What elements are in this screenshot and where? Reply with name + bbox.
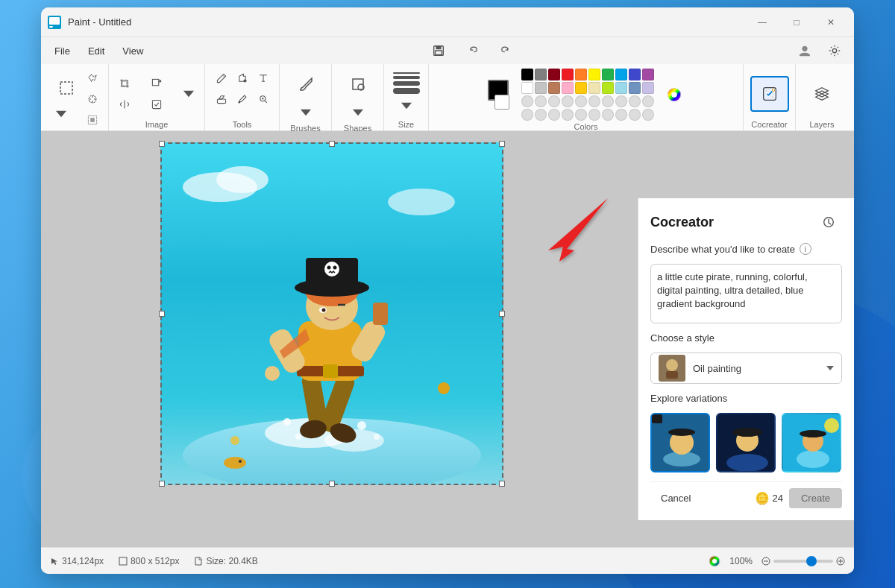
account-icon[interactable]	[793, 39, 817, 63]
svg-rect-80	[808, 431, 818, 437]
free-select-btn[interactable]	[83, 69, 102, 88]
color-c6[interactable]	[588, 95, 600, 107]
size-label: Size	[398, 120, 414, 129]
color-c1[interactable]	[521, 95, 533, 107]
history-icon-btn[interactable]	[817, 210, 841, 234]
color-pink[interactable]	[562, 82, 574, 94]
settings-icon[interactable]	[823, 39, 847, 63]
save-icon-btn[interactable]	[427, 39, 450, 63]
color-gold[interactable]	[575, 82, 587, 94]
undo-redo	[461, 39, 518, 63]
color-d7[interactable]	[602, 109, 614, 121]
invert-select-btn[interactable]	[83, 110, 102, 130]
color-indigo[interactable]	[629, 69, 641, 80]
text-btn[interactable]	[254, 69, 273, 88]
variations-grid	[650, 413, 842, 472]
color-purple[interactable]	[642, 69, 654, 80]
brush-main-btn[interactable]	[292, 69, 319, 100]
selection-dropdown[interactable]	[53, 104, 69, 124]
color-picker-status[interactable]	[709, 555, 720, 567]
color-d10[interactable]	[642, 109, 654, 121]
ai-remove-btn[interactable]	[136, 95, 178, 114]
color-d6[interactable]	[588, 109, 600, 121]
cocreator-btn[interactable]	[750, 76, 789, 112]
color-row-4	[521, 109, 654, 121]
crop-btn[interactable]	[115, 74, 134, 93]
create-button[interactable]: Create	[789, 488, 842, 508]
size-dropdown[interactable]	[397, 96, 416, 116]
style-dropdown[interactable]: Oil painting	[650, 353, 842, 384]
color-c3[interactable]	[548, 95, 560, 107]
color-cream[interactable]	[588, 82, 600, 94]
color-lavender[interactable]	[642, 82, 654, 94]
color-steelblue[interactable]	[629, 82, 641, 94]
zoom-out-icon[interactable]	[761, 557, 770, 566]
flip-btn[interactable]	[115, 95, 134, 114]
color-d2[interactable]	[535, 109, 547, 121]
menu-view[interactable]: View	[115, 42, 151, 60]
color-wheel-btn[interactable]	[659, 75, 690, 114]
layers-btn[interactable]	[803, 76, 841, 112]
color-selector[interactable]	[483, 75, 514, 114]
canvas-image[interactable]	[160, 142, 503, 485]
color-c4[interactable]	[562, 95, 574, 107]
variation-1[interactable]	[650, 413, 710, 472]
color-blue[interactable]	[615, 69, 627, 80]
color-brown[interactable]	[548, 82, 560, 94]
color-d9[interactable]	[629, 109, 641, 121]
color-red[interactable]	[562, 69, 574, 80]
color-skyblue[interactable]	[615, 82, 627, 94]
eraser-btn[interactable]	[212, 89, 231, 109]
color-black[interactable]	[521, 69, 533, 80]
magic-select-btn[interactable]	[83, 89, 102, 109]
pencil-btn[interactable]	[212, 69, 231, 88]
color-orange[interactable]	[575, 69, 587, 80]
color-c5[interactable]	[575, 95, 587, 107]
zoom-btn[interactable]	[254, 89, 273, 109]
color-darkred[interactable]	[548, 69, 560, 80]
svg-rect-68	[652, 414, 662, 423]
color-lime[interactable]	[602, 82, 614, 94]
image-more-btn[interactable]	[179, 84, 198, 104]
fill-btn[interactable]	[233, 69, 252, 88]
color-white[interactable]	[521, 82, 533, 94]
minimize-button[interactable]: —	[745, 7, 779, 37]
color-d8[interactable]	[615, 109, 627, 121]
variation-3[interactable]	[782, 413, 841, 472]
zoom-slider[interactable]	[773, 560, 833, 563]
color-lightgray[interactable]	[535, 82, 547, 94]
maximize-button[interactable]: □	[779, 7, 814, 37]
color-d1[interactable]	[521, 109, 533, 121]
shapes-btn[interactable]	[345, 69, 371, 100]
color-yellow[interactable]	[588, 69, 600, 80]
style-thumb	[659, 355, 685, 382]
zoom-in-icon[interactable]	[836, 557, 845, 566]
cancel-button[interactable]: Cancel	[650, 488, 701, 508]
color-d3[interactable]	[548, 109, 560, 121]
resize-btn[interactable]	[136, 74, 178, 93]
background-color[interactable]	[494, 95, 509, 110]
color-c9[interactable]	[629, 95, 641, 107]
info-icon[interactable]: i	[800, 243, 811, 255]
redo-btn[interactable]	[492, 39, 516, 63]
shapes-dropdown[interactable]	[348, 103, 368, 122]
undo-btn[interactable]	[462, 39, 486, 63]
color-d4[interactable]	[562, 109, 574, 121]
color-c7[interactable]	[602, 95, 614, 107]
prompt-input[interactable]	[650, 264, 842, 323]
eyedropper-btn[interactable]	[233, 89, 252, 109]
svg-point-15	[243, 79, 246, 82]
menu-edit[interactable]: Edit	[81, 42, 112, 60]
menu-file[interactable]: File	[47, 42, 78, 60]
color-c8[interactable]	[615, 95, 627, 107]
color-c2[interactable]	[535, 95, 547, 107]
close-button[interactable]: ✕	[814, 7, 848, 37]
selection-rect-btn[interactable]	[53, 75, 80, 101]
color-green[interactable]	[602, 69, 614, 80]
color-c10[interactable]	[642, 95, 654, 107]
color-gray[interactable]	[535, 69, 547, 80]
color-d5[interactable]	[575, 109, 587, 121]
variation-2[interactable]	[716, 413, 776, 472]
brush-dropdown[interactable]	[296, 103, 315, 122]
zoom-thumb[interactable]	[806, 556, 817, 566]
